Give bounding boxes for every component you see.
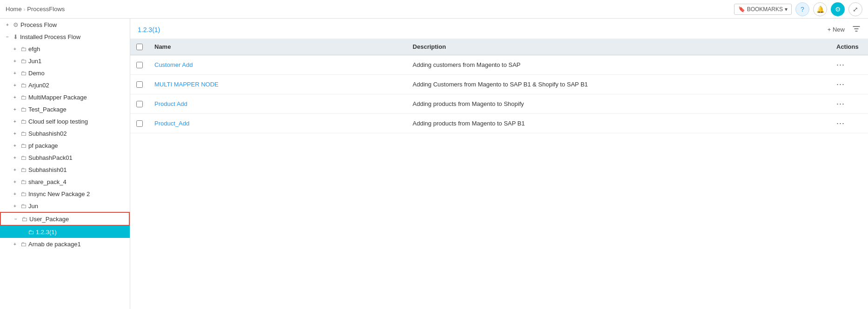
row-checkbox[interactable] (136, 120, 143, 127)
sidebar-item-share-pack-4[interactable]: + 🗀 share_pack_4 (0, 176, 130, 188)
sidebar-item-subhashpack01[interactable]: + 🗀 SubhashPack01 (0, 151, 130, 164)
sidebar-item-efgh[interactable]: + 🗀 efgh (0, 43, 130, 55)
row-description-cell: Adding Customers from Magento to SAP B1 … (407, 75, 831, 94)
sidebar-item-cloud-self-loop[interactable]: + 🗀 Cloud self loop testing (0, 115, 130, 127)
row-actions-menu[interactable]: ··· (836, 60, 845, 69)
row-checkbox-cell (130, 75, 149, 94)
toggle-icon[interactable]: + (11, 142, 19, 149)
row-description-cell: Adding customers from Magento to SAP (407, 55, 831, 75)
toggle-icon[interactable]: + (11, 178, 19, 185)
toggle-icon[interactable]: + (11, 45, 19, 53)
row-description: Adding Customers from Magento to SAP B1 … (413, 81, 588, 88)
row-name-cell: Product Add (149, 94, 407, 114)
toggle-icon[interactable]: − (12, 215, 20, 223)
sidebar-item-label: Arjun02 (28, 82, 49, 89)
sidebar-item-arjun02[interactable]: + 🗀 Arjun02 (0, 79, 130, 91)
sidebar-item-test-package[interactable]: + 🗀 Test_Package (0, 103, 130, 115)
toggle-icon[interactable]: + (11, 166, 19, 173)
folder-icon: 🗀 (20, 94, 27, 101)
sidebar-item-jun1[interactable]: + 🗀 Jun1 (0, 55, 130, 67)
row-actions-cell: ··· (831, 94, 868, 114)
col-header-name: Name (149, 39, 407, 55)
sidebar-item-label: Subhashish01 (28, 166, 67, 173)
toggle-icon[interactable]: + (11, 57, 19, 65)
toggle-icon[interactable]: + (11, 69, 19, 77)
sidebar-item-multimapper[interactable]: + 🗀 MultiMapper Package (0, 91, 130, 103)
sidebar-item-pf-package[interactable]: + 🗀 pf package (0, 139, 130, 151)
expand-button[interactable]: ⤢ (848, 2, 862, 16)
sidebar-item-label: User_Package (29, 216, 69, 223)
row-actions-menu[interactable]: ··· (836, 118, 845, 128)
toggle-icon[interactable]: + (11, 202, 19, 210)
topbar: Home › ProcessFlows 🔖 BOOKMARKS ▾ ? 🔔 ⚙ … (0, 0, 868, 19)
toggle-icon[interactable]: + (11, 130, 19, 137)
new-button[interactable]: + New (824, 24, 848, 35)
toggle-icon[interactable]: + (4, 21, 11, 28)
row-description-cell: Adding products from Magento to Shopify (407, 94, 831, 114)
sidebar-item-process-flow[interactable]: + ⚙ Process Flow (0, 19, 130, 31)
toggle-icon[interactable]: + (11, 240, 19, 248)
sidebar-item-subhashish01[interactable]: + 🗀 Subhashish01 (0, 164, 130, 176)
sidebar-item-insync-new-package-2[interactable]: + 🗀 Insync New Package 2 (0, 188, 130, 200)
row-name-link[interactable]: Product Add (154, 100, 187, 107)
folder-icon: 🗀 (20, 241, 27, 248)
sidebar-item-label: MultiMapper Package (28, 94, 87, 101)
breadcrumb-separator: › (24, 7, 26, 12)
toggle-icon[interactable]: + (11, 105, 19, 113)
row-checkbox[interactable] (136, 62, 143, 68)
bookmarks-label: BOOKMARKS (747, 6, 783, 13)
folder-icon: 🗀 (20, 58, 27, 65)
row-checkbox[interactable] (136, 81, 143, 88)
row-description: Adding products from Magento to Shopify (413, 100, 524, 107)
toggle-icon[interactable]: + (11, 118, 19, 125)
help-icon: ? (801, 6, 804, 13)
row-name-link[interactable]: Customer Add (154, 61, 193, 68)
row-checkbox-cell (130, 94, 149, 114)
row-name-cell: Product_Add (149, 114, 407, 133)
sidebar-item-installed-process-flow[interactable]: − ⬇ Installed Process Flow (0, 31, 130, 43)
toggle-icon (19, 228, 26, 236)
toggle-icon[interactable]: + (11, 81, 19, 89)
table-body: Customer Add Adding customers from Magen… (130, 55, 868, 133)
breadcrumb-current[interactable]: ProcessFlows (27, 6, 65, 13)
toggle-icon[interactable]: + (11, 93, 19, 101)
sidebar: + ⚙ Process Flow − ⬇ Installed Process F… (0, 19, 130, 309)
topbar-actions: 🔖 BOOKMARKS ▾ ? 🔔 ⚙ ⤢ (734, 2, 862, 16)
row-name-link[interactable]: Product_Add (154, 120, 189, 127)
content-actions: + New (824, 24, 861, 35)
toggle-icon[interactable]: + (11, 154, 19, 161)
row-actions-menu[interactable]: ··· (836, 79, 845, 89)
row-checkbox[interactable] (136, 101, 143, 107)
sidebar-item-label: Jun1 (28, 58, 41, 65)
bookmarks-button[interactable]: 🔖 BOOKMARKS ▾ (734, 4, 792, 15)
sidebar-item-arnab-de-package1[interactable]: + 🗀 Arnab de package1 (0, 238, 130, 250)
sidebar-item-user-package[interactable]: − 🗀 User_Package (0, 212, 130, 226)
sidebar-item-1-2-3-1[interactable]: 🗀 1.2.3(1) (0, 226, 130, 238)
expand-icon: ⤢ (853, 6, 858, 13)
row-actions-cell: ··· (831, 55, 868, 75)
folder-icon: 🗀 (20, 46, 27, 53)
breadcrumb: Home › ProcessFlows (6, 6, 65, 13)
row-name-link[interactable]: MULTI MAPPER NODE (154, 81, 219, 88)
row-actions-menu[interactable]: ··· (836, 99, 845, 108)
help-button[interactable]: ? (795, 2, 809, 16)
notification-button[interactable]: 🔔 (813, 2, 827, 16)
bell-icon: 🔔 (816, 6, 824, 13)
row-checkbox-cell (130, 114, 149, 133)
sidebar-item-label: 1.2.3(1) (36, 229, 57, 236)
sidebar-item-subhashish02[interactable]: + 🗀 Subhashish02 (0, 127, 130, 139)
folder-icon: 🗀 (20, 166, 27, 173)
sidebar-item-demo[interactable]: + 🗀 Demo (0, 67, 130, 79)
table-header: Name Description Actions (130, 39, 868, 55)
row-actions-cell: ··· (831, 75, 868, 94)
toggle-icon[interactable]: − (4, 33, 11, 40)
toggle-icon[interactable]: + (11, 190, 19, 197)
row-checkbox-cell (130, 55, 149, 75)
sidebar-item-jun[interactable]: + 🗀 Jun (0, 200, 130, 212)
select-all-checkbox[interactable] (136, 44, 143, 50)
sidebar-item-label: Test_Package (28, 106, 67, 113)
breadcrumb-home[interactable]: Home (6, 6, 22, 13)
filter-icon[interactable] (852, 25, 861, 35)
settings-button[interactable]: ⚙ (831, 2, 845, 16)
main-layout: + ⚙ Process Flow − ⬇ Installed Process F… (0, 19, 868, 309)
